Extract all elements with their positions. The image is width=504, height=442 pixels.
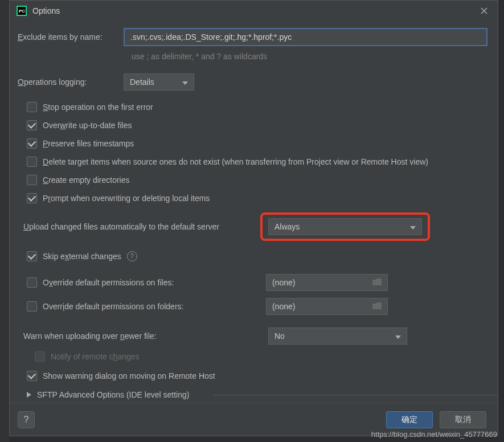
close-icon[interactable] bbox=[477, 4, 491, 18]
warn-newer-row: Warn when uploading over newer file: No bbox=[23, 328, 487, 345]
preserve-row[interactable]: Preserve files timestamps bbox=[27, 138, 487, 149]
override-folders-label: Override default permissions on folders: bbox=[43, 302, 266, 311]
upload-select[interactable]: Always bbox=[268, 218, 422, 235]
create-empty-checkbox[interactable] bbox=[27, 175, 37, 185]
override-files-value: (none) bbox=[272, 278, 295, 287]
highlight-annotation: Always bbox=[260, 212, 430, 241]
show-warning-checkbox[interactable] bbox=[27, 371, 37, 381]
upload-value: Always bbox=[274, 222, 300, 231]
chevron-down-icon bbox=[395, 332, 401, 341]
skip-external-row[interactable]: Skip external changes ? bbox=[27, 251, 487, 261]
preserve-checkbox[interactable] bbox=[27, 138, 37, 149]
show-warning-row[interactable]: Show warning dialog on moving on Remote … bbox=[27, 371, 487, 381]
prompt-row[interactable]: Prompt when overwriting or deleting loca… bbox=[27, 193, 487, 203]
notify-remote-row: Notify of remote changes bbox=[35, 351, 487, 362]
exclude-label: Exclude items by name: bbox=[18, 32, 124, 42]
warn-newer-label: Warn when uploading over newer file: bbox=[23, 332, 268, 341]
create-empty-row[interactable]: Create empty directories bbox=[27, 175, 487, 185]
warn-newer-select[interactable]: No bbox=[268, 328, 407, 345]
delete-target-row[interactable]: Delete target items when source ones do … bbox=[27, 157, 487, 167]
notify-remote-checkbox bbox=[35, 351, 45, 362]
override-files-checkbox[interactable] bbox=[27, 277, 37, 288]
override-folders-value: (none) bbox=[272, 302, 295, 311]
help-icon: ? bbox=[24, 415, 29, 425]
cancel-button[interactable]: 取消 bbox=[440, 411, 486, 428]
chevron-down-icon bbox=[182, 77, 188, 87]
delete-target-checkbox[interactable] bbox=[27, 157, 37, 167]
editor-background-strip bbox=[0, 0, 9, 442]
delete-target-label: Delete target items when source ones do … bbox=[43, 157, 428, 166]
advanced-expander[interactable]: SFTP Advanced Options (IDE level setting… bbox=[27, 390, 487, 399]
titlebar: PC Options bbox=[10, 1, 498, 21]
show-warning-label: Show warning dialog on moving on Remote … bbox=[43, 371, 215, 380]
folder-icon bbox=[372, 278, 382, 287]
stop-error-row[interactable]: Stop operation on the first error bbox=[27, 102, 487, 112]
warn-newer-value: No bbox=[274, 332, 285, 341]
overwrite-checkbox[interactable] bbox=[27, 120, 37, 130]
button-bar: ? 确定 取消 bbox=[10, 403, 498, 436]
upload-row: Upload changed files automatically to th… bbox=[18, 212, 487, 241]
skip-external-checkbox[interactable] bbox=[27, 251, 37, 261]
operations-select[interactable]: Details bbox=[124, 73, 194, 91]
create-empty-label: Create empty directories bbox=[43, 175, 130, 185]
override-folders-row: Override default permissions on folders:… bbox=[27, 298, 487, 315]
preserve-label: Preserve files timestamps bbox=[43, 139, 134, 148]
pycharm-icon: PC bbox=[17, 6, 27, 16]
ok-button[interactable]: 确定 bbox=[386, 411, 433, 428]
svg-text:PC: PC bbox=[19, 9, 25, 14]
help-icon[interactable]: ? bbox=[127, 251, 137, 261]
triangle-right-icon bbox=[27, 390, 31, 399]
stop-error-checkbox[interactable] bbox=[27, 102, 37, 112]
prompt-label: Prompt when overwriting or deleting loca… bbox=[43, 194, 210, 203]
skip-external-label: Skip external changes bbox=[43, 252, 121, 261]
override-files-row: Override default permissions on files: (… bbox=[27, 274, 487, 291]
window-title: Options bbox=[32, 6, 477, 15]
chevron-down-icon bbox=[410, 222, 416, 231]
exclude-row: Exclude items by name: bbox=[18, 28, 487, 46]
operations-value: Details bbox=[130, 77, 154, 87]
override-files-select[interactable]: (none) bbox=[266, 274, 388, 291]
stop-error-label: Stop operation on the first error bbox=[43, 103, 153, 112]
operations-label: Operations logging: bbox=[18, 77, 124, 87]
exclude-input[interactable] bbox=[124, 28, 487, 46]
exclude-hint: use ; as delimiter, * and ? as wildcards bbox=[132, 52, 487, 61]
notify-remote-label: Notify of remote changes bbox=[51, 352, 140, 361]
advanced-label: SFTP Advanced Options (IDE level setting… bbox=[37, 390, 487, 399]
upload-label: Upload changed files automatically to th… bbox=[23, 222, 260, 231]
override-folders-select[interactable]: (none) bbox=[266, 298, 388, 315]
options-dialog: PC Options Exclude items by name: use ; … bbox=[9, 0, 498, 436]
overwrite-row[interactable]: Overwrite up-to-date files bbox=[27, 120, 487, 130]
dialog-content: Exclude items by name: use ; as delimite… bbox=[10, 21, 498, 403]
overwrite-label: Overwrite up-to-date files bbox=[43, 121, 132, 130]
help-button[interactable]: ? bbox=[18, 411, 35, 428]
folder-icon bbox=[372, 302, 382, 311]
prompt-checkbox[interactable] bbox=[27, 193, 37, 203]
operations-row: Operations logging: Details bbox=[18, 73, 487, 91]
override-files-label: Override default permissions on files: bbox=[43, 278, 266, 287]
override-folders-checkbox[interactable] bbox=[27, 301, 37, 312]
